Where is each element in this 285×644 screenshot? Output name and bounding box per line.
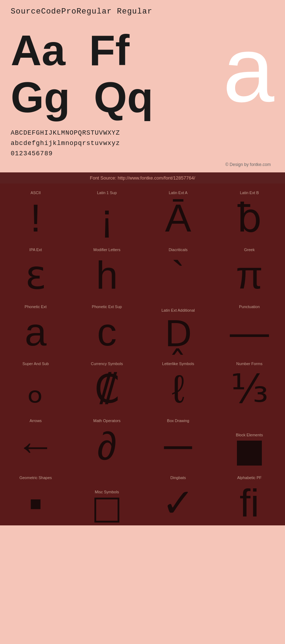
glyph-char-geometricshapes: ▪ <box>29 483 43 523</box>
glyph-cell-currencysymbols: Currency Symbols ₡ <box>71 354 142 411</box>
glyph-label-currencysymbols: Currency Symbols <box>91 362 123 366</box>
glyph-label-numberforms: Number Forms <box>236 362 262 366</box>
glyph-label-alphabeticpf: Alphabetic PF <box>237 476 261 480</box>
glyph-label-geometricshapes: Geometric Shapes <box>19 476 52 480</box>
glyph-char-mathoperators: ∂ <box>97 426 116 466</box>
glyph-cell-latinextb: Latin Ext B ƀ <box>214 183 285 240</box>
glyph-char-punctuation: — <box>230 312 269 352</box>
glyph-label-ascii: ASCII <box>31 191 41 195</box>
glyph-label-miscsymbols: Misc Symbols <box>95 490 119 494</box>
glyph-char-miscsymbols <box>94 498 119 523</box>
glyph-label-diacriticals: Diacriticals <box>169 248 187 252</box>
glyph-label-arrows: Arrows <box>30 419 42 423</box>
glyph-char-phoneticext: a <box>25 312 46 352</box>
glyph-char-latinextb: ƀ <box>237 198 262 238</box>
glyph-cell-boxdrawing: Box Drawing ─ <box>142 411 214 468</box>
glyph-cell-phoneticextsup: Phonetic Ext Sup c <box>71 297 142 354</box>
alphabet-upper: ABCDEFGHIJKLMNOPQRSTUVWXYZ <box>11 128 274 138</box>
glyph-cell-diacriticals: Diacriticals ` <box>142 240 214 297</box>
preview-area: Aa Ff Gg Qq a <box>11 23 274 124</box>
glyph-cell-numberforms: Number Forms ⅓ <box>214 354 285 411</box>
glyph-label-superandsub: Super And Sub <box>22 362 49 366</box>
glyph-cell-ascii: ASCII ! <box>0 183 71 240</box>
glyph-label-mathoperators: Math Operators <box>93 419 120 423</box>
glyph-char-boxdrawing: ─ <box>164 426 192 466</box>
glyph-cell-phoneticext: Phonetic Ext a <box>0 297 71 354</box>
glyph-char-alphabeticpf: ﬁ <box>240 483 259 523</box>
glyph-label-ipaext: IPA Ext <box>29 248 42 252</box>
glyph-cell-modifierletters: Modifier Letters h <box>71 240 142 297</box>
glyph-char-modifierletters: h <box>96 255 118 295</box>
glyph-label-modifierletters: Modifier Letters <box>93 248 120 252</box>
glyph-label-greek: Greek <box>244 248 255 252</box>
preview-char-aa: Aa Ff <box>11 27 129 74</box>
digits: 0123456789 <box>11 149 274 159</box>
glyph-cell-superandsub: Super And Sub ₒ <box>0 354 71 411</box>
glyph-cell-mathoperators: Math Operators ∂ <box>71 411 142 468</box>
glyph-label-latin1sup: Latin 1 Sup <box>97 191 117 195</box>
glyph-char-diacriticals: ` <box>172 255 185 295</box>
glyph-cell-latin1sup: Latin 1 Sup ¡ <box>71 183 142 240</box>
glyph-cell-blockelements: Block Elements <box>214 411 285 468</box>
glyph-label-letterlike: Letterlike Symbols <box>162 362 194 366</box>
font-source: Font Source: http://www.fontke.com/font/… <box>0 172 285 183</box>
glyph-label-blockelements: Block Elements <box>236 433 263 437</box>
glyph-char-latin1sup: ¡ <box>100 198 114 238</box>
glyph-label-punctuation: Punctuation <box>239 305 260 309</box>
glyph-char-arrows: ← <box>16 426 55 466</box>
glyph-char-greek: π <box>236 255 263 295</box>
glyph-char-currencysymbols: ₡ <box>94 369 119 409</box>
top-section: SourceCodeProRegular Regular Aa Ff Gg Qq… <box>0 0 285 172</box>
glyph-cell-geometricshapes: Geometric Shapes ▪ <box>0 468 71 525</box>
glyph-char-blockelements <box>237 441 262 466</box>
font-title: SourceCodeProRegular Regular <box>11 7 274 16</box>
glyph-label-dingbats: Dingbats <box>170 476 186 480</box>
preview-char-big: a <box>223 23 274 116</box>
glyph-cell-alphabeticpf: Alphabetic PF ﬁ <box>214 468 285 525</box>
glyph-char-latinexta: Ā <box>165 198 191 238</box>
glyph-cell-ipaext: IPA Ext ɛ <box>0 240 71 297</box>
preview-char-gg: Gg Qq <box>11 74 153 121</box>
glyph-char-latinextadd: Ḓ <box>165 316 192 352</box>
glyph-grid: ASCII ! Latin 1 Sup ¡ Latin Ext A Ā Lati… <box>0 183 285 525</box>
glyph-char-ipaext: ɛ <box>25 255 46 295</box>
glyph-char-numberforms: ⅓ <box>230 369 269 409</box>
glyph-label-latinexta: Latin Ext A <box>169 191 188 195</box>
glyph-label-boxdrawing: Box Drawing <box>167 419 189 423</box>
glyph-cell-dingbats: Dingbats ✓ <box>142 468 214 525</box>
glyph-cell-miscsymbols: Misc Symbols <box>71 468 142 525</box>
alphabet-lower: abcdefghijklmnopqrstuvwxyz <box>11 138 274 149</box>
glyph-cell-arrows: Arrows ← <box>0 411 71 468</box>
glyph-label-latinextb: Latin Ext B <box>240 191 259 195</box>
glyphs-section: ASCII ! Latin 1 Sup ¡ Latin Ext A Ā Lati… <box>0 183 285 525</box>
glyph-char-dingbats: ✓ <box>162 483 195 523</box>
glyph-cell-latinexta: Latin Ext A Ā <box>142 183 214 240</box>
glyph-cell-greek: Greek π <box>214 240 285 297</box>
glyph-cell-punctuation: Punctuation — <box>214 297 285 354</box>
glyph-char-ascii: ! <box>30 198 41 238</box>
glyph-char-superandsub: ₒ <box>27 369 44 409</box>
glyph-label-latinextadd: Latin Ext Additional <box>161 308 195 312</box>
glyph-char-phoneticextsup: c <box>97 312 117 352</box>
glyph-cell-latinextadd: Latin Ext Additional Ḓ <box>142 297 214 354</box>
alphabet-section: ABCDEFGHIJKLMNOPQRSTUVWXYZ abcdefghijklm… <box>11 128 274 160</box>
glyph-char-letterlike: ℓ <box>172 369 185 409</box>
glyph-cell-letterlike: Letterlike Symbols ℓ <box>142 354 214 411</box>
glyph-label-phoneticextsup: Phonetic Ext Sup <box>92 305 122 309</box>
copyright: © Design by fontke.com <box>11 160 274 169</box>
glyph-label-phoneticext: Phonetic Ext <box>25 305 47 309</box>
